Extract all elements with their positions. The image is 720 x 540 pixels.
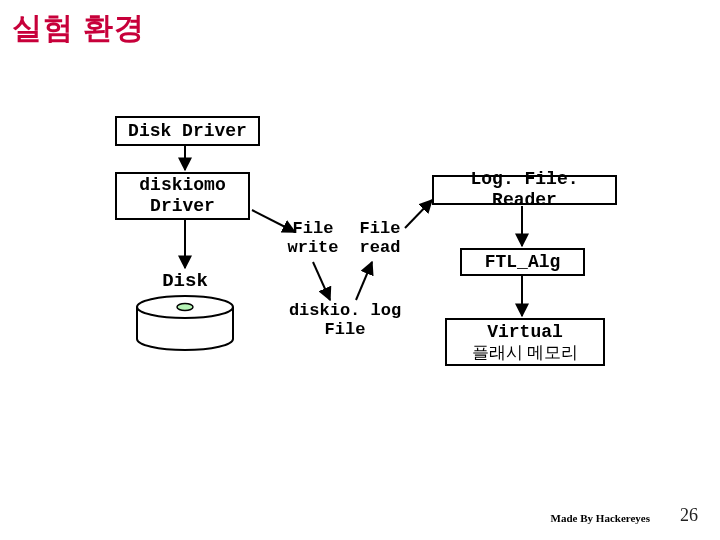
box-diskiomo-driver: diskiomo Driver: [115, 172, 250, 220]
box-logfile-reader: Log. File. Reader: [432, 175, 617, 205]
box-disk-driver: Disk Driver: [115, 116, 260, 146]
arrows-layer: [0, 0, 720, 540]
virtual-flash-line2: 플래시 메모리: [453, 343, 597, 363]
svg-line-10: [356, 262, 372, 300]
svg-line-9: [313, 262, 330, 300]
label-disk: Disk: [125, 270, 245, 292]
box-virtual-flash: Virtual 플래시 메모리: [445, 318, 605, 366]
virtual-flash-line1: Virtual: [453, 322, 597, 343]
disk-icon: [130, 294, 240, 352]
label-file-write: File write: [283, 220, 343, 257]
label-file-read: File read: [350, 220, 410, 257]
box-ftl-alg: FTL_Alg: [460, 248, 585, 276]
page-number: 26: [680, 505, 698, 526]
svg-point-5: [177, 304, 193, 311]
page-title: 실험 환경: [12, 8, 145, 49]
label-diskio-log-file: diskio. log File: [280, 302, 410, 339]
disk-shape-group: Disk: [125, 270, 245, 356]
footer-credit: Made By Hackereyes: [551, 512, 650, 524]
